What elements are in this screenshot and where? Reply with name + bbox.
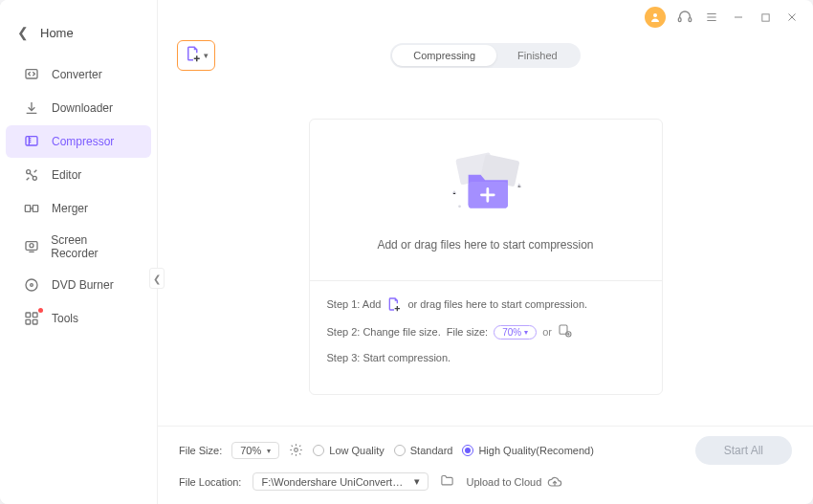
dropzone-top: Add or drag files here to start compress…: [310, 120, 662, 280]
sidebar-collapse-button[interactable]: ❮: [149, 268, 165, 289]
radio-low-quality[interactable]: Low Quality: [313, 445, 384, 456]
svg-point-21: [458, 205, 461, 208]
filesize-pill[interactable]: 70% ▾: [494, 325, 537, 340]
svg-rect-13: [33, 319, 37, 324]
content-area: Add or drag files here to start compress…: [158, 80, 813, 426]
sidebar-item-label: Merger: [52, 202, 88, 215]
sidebar-item-dvd-burner[interactable]: DVD Burner: [6, 269, 151, 301]
sidebar-item-label: Converter: [52, 68, 102, 81]
menu-icon[interactable]: [704, 10, 719, 25]
settings-icon[interactable]: [289, 443, 303, 459]
editor-icon: [23, 166, 40, 184]
svg-rect-11: [33, 313, 37, 318]
back-icon: ❮: [17, 25, 29, 40]
sidebar-item-merger[interactable]: Merger: [6, 192, 151, 225]
sidebar-item-label: Downloader: [52, 101, 113, 115]
sidebar: ❮ Home Converter Downloader Compressor: [0, 0, 158, 504]
tools-icon: [23, 310, 40, 327]
step-2: Step 2: Change file size. File size: 70%…: [327, 323, 645, 340]
radio-standard[interactable]: Standard: [394, 445, 453, 456]
add-file-mini-icon: [386, 296, 402, 312]
close-button[interactable]: [784, 10, 800, 25]
filesize-label: File Size:: [179, 445, 222, 456]
footer: File Size: 70% ▾ Low Quality Standard: [158, 426, 813, 504]
screen-recorder-icon: [23, 238, 39, 255]
home-label: Home: [40, 26, 74, 40]
main-panel: ▾ Compressing Finished: [158, 0, 813, 504]
chevron-left-icon: ❮: [153, 274, 161, 284]
support-icon[interactable]: [677, 10, 692, 25]
svg-rect-17: [761, 13, 768, 20]
sidebar-item-label: DVD Burner: [52, 278, 114, 292]
open-folder-icon[interactable]: [440, 473, 454, 490]
step-1: Step 1: Add or drag files here to start …: [327, 296, 645, 312]
sidebar-item-converter[interactable]: Converter: [6, 58, 151, 91]
radio-icon: [394, 445, 406, 456]
location-select[interactable]: F:\Wondershare UniConverter 1 ▾: [253, 472, 428, 491]
svg-point-8: [26, 279, 37, 291]
filesize-select[interactable]: 70% ▾: [231, 442, 279, 459]
footer-row-filesize: File Size: 70% ▾ Low Quality Standard: [179, 436, 792, 465]
sidebar-home[interactable]: ❮ Home: [0, 11, 157, 57]
dropzone-steps: Step 1: Add or drag files here to start …: [310, 280, 662, 394]
svg-point-14: [653, 13, 657, 17]
titlebar: [158, 0, 813, 34]
maximize-button[interactable]: [758, 10, 773, 25]
svg-point-9: [31, 284, 33, 287]
dropzone[interactable]: Add or drag files here to start compress…: [309, 119, 663, 395]
svg-point-24: [295, 448, 298, 451]
sidebar-item-tools[interactable]: Tools: [6, 302, 151, 335]
folder-plus-illustration: [433, 144, 538, 221]
svg-rect-6: [26, 242, 37, 251]
sidebar-item-editor[interactable]: Editor: [6, 159, 151, 191]
svg-rect-10: [26, 313, 31, 318]
svg-rect-5: [33, 206, 37, 212]
add-file-button[interactable]: ▾: [177, 40, 215, 71]
chevron-down-icon: ▾: [414, 475, 420, 488]
chevron-down-icon: ▾: [524, 328, 528, 337]
minimize-button[interactable]: [731, 10, 746, 25]
app-window: ❮ Home Converter Downloader Compressor: [0, 0, 813, 504]
user-avatar[interactable]: [645, 7, 666, 28]
sidebar-item-label: Tools: [52, 312, 78, 325]
merger-icon: [23, 200, 40, 217]
sidebar-item-screen-recorder[interactable]: Screen Recorder: [6, 226, 151, 268]
svg-rect-1: [26, 137, 37, 145]
sidebar-item-compressor[interactable]: Compressor: [6, 125, 151, 158]
sidebar-item-label: Editor: [52, 168, 81, 182]
tab-compressing[interactable]: Compressing: [392, 45, 496, 66]
footer-row-location: File Location: F:\Wondershare UniConvert…: [179, 472, 792, 491]
location-label: File Location:: [179, 476, 241, 488]
dvd-burner-icon: [23, 276, 40, 294]
dropzone-text: Add or drag files here to start compress…: [329, 238, 643, 252]
radio-high-quality[interactable]: High Quality(Recomend): [462, 445, 593, 456]
sidebar-item-label: Compressor: [52, 135, 114, 148]
converter-icon: [23, 66, 40, 83]
svg-rect-12: [26, 319, 31, 324]
radio-icon: [462, 445, 473, 456]
svg-rect-15: [678, 18, 681, 22]
sidebar-item-label: Screen Recorder: [51, 233, 134, 260]
radio-icon: [313, 445, 324, 456]
sidebar-item-downloader[interactable]: Downloader: [6, 92, 151, 124]
chevron-down-icon: ▾: [204, 51, 209, 60]
svg-rect-4: [25, 206, 30, 212]
compressor-icon: [23, 133, 40, 150]
per-file-settings-icon[interactable]: [558, 323, 573, 340]
svg-rect-16: [689, 18, 692, 22]
chevron-down-icon: ▾: [267, 447, 271, 455]
svg-point-7: [30, 244, 33, 248]
cloud-icon: [547, 474, 562, 490]
tab-finished[interactable]: Finished: [496, 45, 579, 66]
toolbar: ▾ Compressing Finished: [158, 34, 813, 80]
upload-to-cloud[interactable]: Upload to Cloud: [466, 474, 562, 490]
tabset: Compressing Finished: [390, 43, 580, 68]
downloader-icon: [23, 99, 40, 117]
step-3: Step 3: Start compression.: [327, 352, 645, 363]
start-all-button[interactable]: Start All: [695, 436, 792, 465]
add-file-icon: [185, 45, 202, 66]
